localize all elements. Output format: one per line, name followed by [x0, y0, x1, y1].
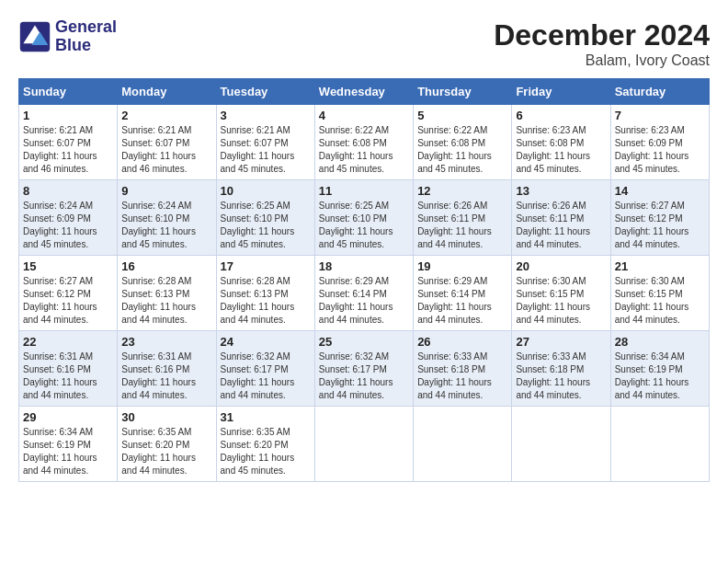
days-header-row: Sunday Monday Tuesday Wednesday Thursday…	[19, 79, 710, 105]
day-info: Sunrise: 6:26 AM Sunset: 6:11 PM Dayligh…	[516, 200, 606, 251]
day-info: Sunrise: 6:33 AM Sunset: 6:18 PM Dayligh…	[417, 350, 507, 402]
day-number: 26	[417, 335, 507, 349]
calendar-cell: 4 Sunrise: 6:22 AM Sunset: 6:08 PM Dayli…	[314, 105, 413, 180]
calendar-week-row: 8 Sunrise: 6:24 AM Sunset: 6:09 PM Dayli…	[19, 180, 710, 256]
calendar-cell	[414, 407, 512, 482]
header-monday: Monday	[118, 79, 216, 105]
day-info: Sunrise: 6:25 AM Sunset: 6:10 PM Dayligh…	[319, 200, 409, 251]
day-number: 30	[121, 410, 211, 424]
calendar-cell: 5 Sunrise: 6:22 AM Sunset: 6:08 PM Dayli…	[414, 105, 512, 180]
day-info: Sunrise: 6:24 AM Sunset: 6:10 PM Dayligh…	[121, 200, 211, 251]
day-info: Sunrise: 6:21 AM Sunset: 6:07 PM Dayligh…	[221, 124, 311, 176]
calendar-cell: 30 Sunrise: 6:35 AM Sunset: 6:20 PM Dayl…	[118, 407, 216, 482]
day-info: Sunrise: 6:23 AM Sunset: 6:08 PM Dayligh…	[516, 124, 606, 176]
calendar-cell	[314, 407, 413, 482]
day-info: Sunrise: 6:26 AM Sunset: 6:11 PM Dayligh…	[417, 200, 507, 251]
day-number: 21	[615, 259, 705, 273]
calendar-cell: 26 Sunrise: 6:33 AM Sunset: 6:18 PM Dayl…	[414, 331, 512, 407]
calendar-cell: 28 Sunrise: 6:34 AM Sunset: 6:19 PM Dayl…	[610, 331, 709, 407]
day-number: 7	[615, 109, 705, 122]
day-info: Sunrise: 6:34 AM Sunset: 6:19 PM Dayligh…	[615, 350, 705, 402]
calendar-cell	[610, 407, 709, 482]
day-info: Sunrise: 6:28 AM Sunset: 6:13 PM Dayligh…	[121, 275, 211, 327]
header-thursday: Thursday	[414, 79, 512, 105]
day-info: Sunrise: 6:29 AM Sunset: 6:14 PM Dayligh…	[417, 275, 507, 327]
calendar-cell: 27 Sunrise: 6:33 AM Sunset: 6:18 PM Dayl…	[512, 331, 610, 407]
calendar-cell: 10 Sunrise: 6:25 AM Sunset: 6:10 PM Dayl…	[216, 180, 314, 256]
calendar-cell: 7 Sunrise: 6:23 AM Sunset: 6:09 PM Dayli…	[610, 105, 709, 180]
day-number: 17	[221, 259, 311, 273]
calendar-cell: 29 Sunrise: 6:34 AM Sunset: 6:19 PM Dayl…	[19, 407, 118, 482]
day-number: 14	[615, 184, 705, 198]
day-info: Sunrise: 6:27 AM Sunset: 6:12 PM Dayligh…	[23, 275, 113, 327]
calendar-cell: 31 Sunrise: 6:35 AM Sunset: 6:20 PM Dayl…	[216, 407, 314, 482]
day-number: 25	[319, 335, 409, 349]
calendar-cell: 12 Sunrise: 6:26 AM Sunset: 6:11 PM Dayl…	[414, 180, 512, 256]
day-info: Sunrise: 6:33 AM Sunset: 6:18 PM Dayligh…	[516, 350, 606, 402]
title-block: December 2024 Balam, Ivory Coast	[494, 18, 710, 69]
calendar-cell: 1 Sunrise: 6:21 AM Sunset: 6:07 PM Dayli…	[19, 105, 118, 180]
day-number: 2	[121, 109, 211, 122]
calendar-cell: 13 Sunrise: 6:26 AM Sunset: 6:11 PM Dayl…	[512, 180, 610, 256]
calendar-cell	[512, 407, 610, 482]
page-header: General Blue December 2024 Balam, Ivory …	[18, 18, 710, 69]
day-number: 9	[121, 184, 211, 198]
header-sunday: Sunday	[19, 79, 118, 105]
calendar-cell: 6 Sunrise: 6:23 AM Sunset: 6:08 PM Dayli…	[512, 105, 610, 180]
day-info: Sunrise: 6:31 AM Sunset: 6:16 PM Dayligh…	[23, 350, 113, 402]
logo-line2: Blue	[55, 37, 117, 55]
logo-icon	[18, 20, 51, 53]
header-friday: Friday	[512, 79, 610, 105]
day-info: Sunrise: 6:32 AM Sunset: 6:17 PM Dayligh…	[221, 350, 311, 402]
day-number: 27	[516, 335, 606, 349]
day-number: 19	[417, 259, 507, 273]
calendar-cell: 3 Sunrise: 6:21 AM Sunset: 6:07 PM Dayli…	[216, 105, 314, 180]
day-number: 29	[23, 410, 113, 424]
logo: General Blue	[18, 18, 117, 55]
day-info: Sunrise: 6:32 AM Sunset: 6:17 PM Dayligh…	[319, 350, 409, 402]
day-number: 28	[615, 335, 705, 349]
day-info: Sunrise: 6:23 AM Sunset: 6:09 PM Dayligh…	[615, 124, 705, 176]
day-number: 16	[121, 259, 211, 273]
day-info: Sunrise: 6:29 AM Sunset: 6:14 PM Dayligh…	[319, 275, 409, 327]
day-info: Sunrise: 6:35 AM Sunset: 6:20 PM Dayligh…	[121, 426, 211, 477]
day-number: 20	[516, 259, 606, 273]
day-info: Sunrise: 6:22 AM Sunset: 6:08 PM Dayligh…	[319, 124, 409, 176]
calendar-cell: 9 Sunrise: 6:24 AM Sunset: 6:10 PM Dayli…	[118, 180, 216, 256]
day-info: Sunrise: 6:31 AM Sunset: 6:16 PM Dayligh…	[121, 350, 211, 402]
calendar-cell: 8 Sunrise: 6:24 AM Sunset: 6:09 PM Dayli…	[19, 180, 118, 256]
calendar-week-row: 1 Sunrise: 6:21 AM Sunset: 6:07 PM Dayli…	[19, 105, 710, 180]
location: Balam, Ivory Coast	[494, 52, 710, 69]
month-title: December 2024	[494, 18, 710, 52]
calendar-cell: 2 Sunrise: 6:21 AM Sunset: 6:07 PM Dayli…	[118, 105, 216, 180]
day-info: Sunrise: 6:30 AM Sunset: 6:15 PM Dayligh…	[615, 275, 705, 327]
day-number: 10	[221, 184, 311, 198]
day-number: 1	[23, 109, 113, 122]
calendar-cell: 18 Sunrise: 6:29 AM Sunset: 6:14 PM Dayl…	[314, 256, 413, 331]
day-number: 13	[516, 184, 606, 198]
day-number: 31	[221, 410, 311, 424]
day-number: 18	[319, 259, 409, 273]
calendar-week-row: 15 Sunrise: 6:27 AM Sunset: 6:12 PM Dayl…	[19, 256, 710, 331]
calendar-cell: 25 Sunrise: 6:32 AM Sunset: 6:17 PM Dayl…	[314, 331, 413, 407]
day-number: 5	[417, 109, 507, 122]
day-info: Sunrise: 6:21 AM Sunset: 6:07 PM Dayligh…	[121, 124, 211, 176]
day-number: 24	[221, 335, 311, 349]
day-number: 22	[23, 335, 113, 349]
day-number: 23	[121, 335, 211, 349]
calendar-cell: 16 Sunrise: 6:28 AM Sunset: 6:13 PM Dayl…	[118, 256, 216, 331]
day-info: Sunrise: 6:27 AM Sunset: 6:12 PM Dayligh…	[615, 200, 705, 251]
day-info: Sunrise: 6:34 AM Sunset: 6:19 PM Dayligh…	[23, 426, 113, 477]
calendar-cell: 14 Sunrise: 6:27 AM Sunset: 6:12 PM Dayl…	[610, 180, 709, 256]
calendar-cell: 17 Sunrise: 6:28 AM Sunset: 6:13 PM Dayl…	[216, 256, 314, 331]
day-number: 12	[417, 184, 507, 198]
calendar-cell: 24 Sunrise: 6:32 AM Sunset: 6:17 PM Dayl…	[216, 331, 314, 407]
day-info: Sunrise: 6:35 AM Sunset: 6:20 PM Dayligh…	[221, 426, 311, 477]
calendar-cell: 15 Sunrise: 6:27 AM Sunset: 6:12 PM Dayl…	[19, 256, 118, 331]
day-number: 11	[319, 184, 409, 198]
day-number: 4	[319, 109, 409, 122]
calendar-cell: 21 Sunrise: 6:30 AM Sunset: 6:15 PM Dayl…	[610, 256, 709, 331]
calendar-cell: 19 Sunrise: 6:29 AM Sunset: 6:14 PM Dayl…	[414, 256, 512, 331]
day-info: Sunrise: 6:22 AM Sunset: 6:08 PM Dayligh…	[417, 124, 507, 176]
calendar-cell: 11 Sunrise: 6:25 AM Sunset: 6:10 PM Dayl…	[314, 180, 413, 256]
